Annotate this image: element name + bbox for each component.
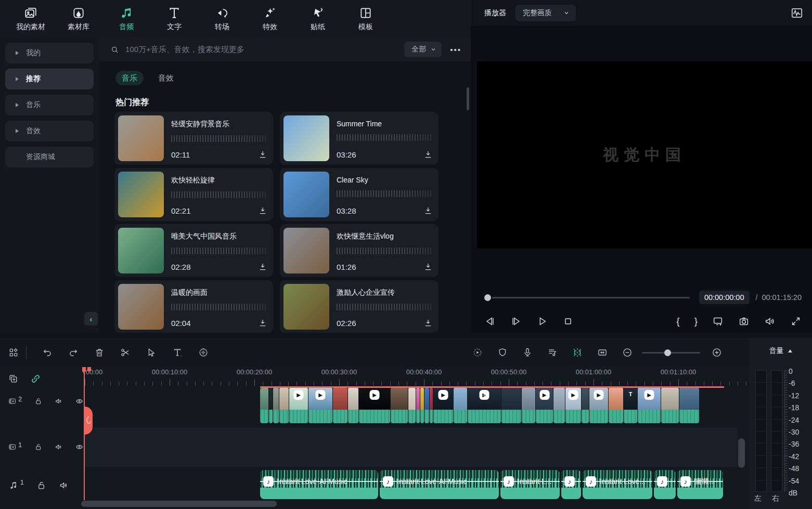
- snapshot-button[interactable]: [738, 316, 750, 327]
- audio-clip[interactable]: ♪Instant Love-AI Music: [380, 470, 499, 499]
- record-voiceover-button[interactable]: [522, 347, 533, 358]
- video-clip-segment[interactable]: [661, 388, 679, 423]
- top-tab-text[interactable]: 文字: [157, 6, 191, 32]
- speaker-icon[interactable]: [55, 443, 62, 453]
- lock-icon[interactable]: [34, 443, 42, 453]
- music-card[interactable]: 欢快轻松旋律02:21: [114, 168, 273, 221]
- download-icon[interactable]: [423, 206, 433, 215]
- redo-button[interactable]: [68, 347, 79, 358]
- audio-clip[interactable]: ♪: [561, 470, 581, 499]
- sidebar-item-音乐[interactable]: 音乐: [5, 95, 94, 115]
- audio-clip[interactable]: ♪Instant Love-AI Music: [260, 470, 378, 499]
- quality-dropdown[interactable]: 完整画质: [515, 5, 576, 21]
- scrubber-handle[interactable]: [484, 294, 491, 301]
- lock-icon[interactable]: [36, 480, 46, 490]
- music-card[interactable]: 唯美大气中国风音乐02:28: [114, 224, 273, 277]
- split-button[interactable]: [120, 347, 131, 358]
- speaker-icon[interactable]: [55, 397, 62, 407]
- video-clip-segment[interactable]: ▶: [589, 388, 608, 423]
- sidebar-item-音效[interactable]: 音效: [5, 121, 94, 141]
- stop-button[interactable]: [562, 316, 574, 327]
- add-track-icon[interactable]: [8, 374, 18, 384]
- video-clip-segment[interactable]: ▶: [359, 388, 390, 423]
- playhead-handle[interactable]: [85, 407, 93, 435]
- video-clip-segment[interactable]: [279, 388, 289, 423]
- top-tab-stickers[interactable]: 贴纸: [301, 6, 335, 32]
- delete-button[interactable]: [94, 347, 105, 358]
- video-clip-segment[interactable]: [420, 388, 424, 423]
- download-icon[interactable]: [258, 262, 267, 271]
- audio-type-tab-音乐[interactable]: 音乐: [115, 71, 144, 85]
- smart-cut-button[interactable]: [572, 347, 583, 358]
- speaker-icon[interactable]: [59, 480, 69, 490]
- video-clip-segment[interactable]: ▶T/L: [468, 388, 501, 423]
- time-ruler[interactable]: 00:00:00:0000:00:10:0000:00:20:0000:00:3…: [83, 367, 749, 387]
- video-preview[interactable]: 视觉中国: [477, 61, 812, 249]
- video-clip-segment[interactable]: [273, 388, 279, 423]
- video-clip-segment[interactable]: [260, 388, 268, 423]
- music-card[interactable]: 激励人心企业宣传02:26: [280, 280, 439, 333]
- video-clip-segment[interactable]: ▶: [638, 388, 661, 423]
- next-frame-button[interactable]: [510, 316, 522, 327]
- top-tab-library[interactable]: 素材库: [61, 6, 96, 32]
- render-preview-button[interactable]: [472, 347, 483, 358]
- filter-dropdown[interactable]: 全部: [404, 42, 442, 57]
- video-clip-segment[interactable]: [269, 388, 273, 423]
- video-clip-segment[interactable]: [501, 388, 521, 423]
- music-card[interactable]: Summer Time03:26: [280, 112, 439, 165]
- video-clip-segment[interactable]: [424, 388, 429, 423]
- play-button[interactable]: [536, 316, 548, 327]
- download-icon[interactable]: [258, 150, 267, 159]
- fullscreen-button[interactable]: [790, 316, 802, 327]
- video-clip-segment[interactable]: [391, 388, 408, 423]
- video-clip-segment[interactable]: [416, 388, 420, 423]
- zoom-out-button[interactable]: [622, 347, 633, 358]
- previous-frame-button[interactable]: [484, 316, 496, 327]
- video-clip-segment[interactable]: [333, 388, 347, 423]
- audio-type-tab-音效[interactable]: 音效: [152, 71, 180, 85]
- video-clip-segment[interactable]: ▶: [289, 388, 308, 423]
- video-clip-segment[interactable]: [454, 388, 467, 423]
- sidebar-item-资源商城[interactable]: 资源商城: [5, 147, 94, 167]
- volume-meter-title[interactable]: 音量: [749, 346, 812, 356]
- video-clip-segment[interactable]: [553, 388, 565, 423]
- top-tab-my-media[interactable]: 我的素材: [14, 6, 48, 32]
- video-clip-segment[interactable]: [348, 388, 358, 423]
- mark-out-button[interactable]: }: [694, 316, 698, 327]
- mark-in-button[interactable]: {: [676, 316, 679, 327]
- list-scrollbar[interactable]: [467, 87, 469, 110]
- video-clip-segment[interactable]: [582, 388, 589, 423]
- sidebar-item-推荐[interactable]: 推荐: [5, 69, 94, 89]
- safe-area-button[interactable]: [497, 347, 508, 358]
- download-icon[interactable]: [423, 150, 433, 159]
- more-options-button[interactable]: •••: [450, 45, 461, 54]
- search-input[interactable]: 100万+音乐、音效，搜索发现更多: [125, 45, 404, 55]
- volume-button[interactable]: [764, 316, 776, 327]
- video-track-1-lane[interactable]: [84, 427, 738, 467]
- sidebar-collapse-button[interactable]: ‹: [84, 312, 98, 325]
- video-clip-segment[interactable]: ▶: [536, 388, 553, 423]
- audio-clip[interactable]: ♪Instant L...: [500, 470, 560, 499]
- audio-sync-button[interactable]: [198, 347, 209, 358]
- top-tab-templates[interactable]: 模板: [349, 6, 383, 32]
- zoom-in-button[interactable]: [712, 347, 722, 358]
- scrubber-track[interactable]: [492, 297, 690, 298]
- top-tab-transition[interactable]: 转场: [205, 6, 239, 32]
- audio-clip[interactable]: ♪: [654, 470, 676, 499]
- zoom-slider[interactable]: [642, 352, 700, 354]
- download-icon[interactable]: [423, 318, 433, 328]
- music-card[interactable]: 轻缓安静背景音乐02:11: [114, 112, 273, 165]
- select-tool-button[interactable]: [146, 347, 157, 358]
- eye-icon[interactable]: [75, 443, 83, 453]
- quick-text-button[interactable]: [172, 347, 183, 358]
- video-clip-segment[interactable]: ▶: [308, 388, 332, 423]
- video-track-2-clips[interactable]: ▶▶▶▶▶T/L▶▶▶T▶: [260, 388, 724, 423]
- download-icon[interactable]: [258, 318, 267, 328]
- media-management-button[interactable]: [8, 347, 19, 358]
- zoom-slider-knob[interactable]: [664, 349, 671, 356]
- video-clip-segment[interactable]: [679, 388, 699, 423]
- music-card[interactable]: Clear Sky03:28: [280, 168, 439, 221]
- video-clip-segment[interactable]: [430, 388, 433, 423]
- download-icon[interactable]: [423, 262, 433, 271]
- video-clip-segment[interactable]: [408, 388, 416, 423]
